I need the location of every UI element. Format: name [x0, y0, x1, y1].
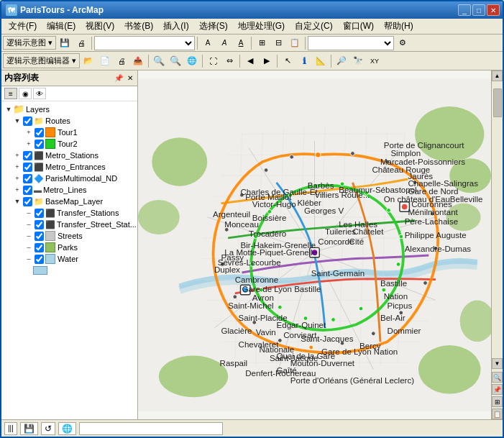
maximize-button[interactable]: □ — [472, 4, 485, 16]
tb-search-button[interactable]: 🔎 — [334, 54, 349, 68]
toc-row-tour1[interactable]: + Tour1 — [1, 127, 137, 138]
toc-visibility-button[interactable]: 👁 — [33, 88, 46, 99]
toc-row-tour2[interactable]: + Tour2 — [1, 138, 137, 150]
menu-help[interactable]: 帮助(H) — [380, 19, 418, 34]
tb-measure-button[interactable]: 📐 — [313, 54, 329, 68]
tb-full-extent-button[interactable]: ⛶ — [205, 54, 221, 68]
toc-row-paris-multimodal[interactable]: + 🔷 ParisMultimodal_ND — [1, 173, 137, 184]
tb-btn-a2[interactable]: A — [216, 36, 232, 50]
expand-transfer-stations-icon[interactable]: – — [24, 209, 33, 217]
expand-metro-lines-icon[interactable]: + — [13, 186, 22, 194]
toc-check-streets[interactable] — [35, 232, 44, 241]
tb-extent-button[interactable]: ⇔ — [221, 54, 237, 68]
tb-dropdown-1[interactable] — [94, 36, 195, 50]
scroll-track-right[interactable] — [492, 81, 503, 358]
menu-file[interactable]: 文件(F) — [4, 19, 41, 34]
toc-row-metro-entrances[interactable]: + ⬛ Metro_Entrances — [1, 161, 137, 173]
tb-dropdown-2[interactable] — [308, 36, 394, 50]
toc-pin-icon[interactable]: 📌 — [113, 74, 124, 82]
expand-tour1-icon[interactable]: + — [24, 128, 33, 137]
tb-btn-extra[interactable]: ⚙ — [395, 36, 411, 50]
tb-new-button[interactable]: 📄 — [97, 54, 113, 68]
tb-btn-a1[interactable]: A — [200, 36, 216, 50]
scroll-down-button[interactable]: ▼ — [492, 358, 503, 369]
menu-edit[interactable]: 编辑(E) — [42, 19, 80, 34]
toc-check-transfer-stations[interactable] — [35, 209, 44, 218]
toc-check-transfer-street[interactable] — [35, 220, 44, 229]
toc-check-metro-lines[interactable] — [23, 186, 32, 195]
svg-text:Barbès: Barbès — [308, 181, 334, 190]
tb-right-3[interactable]: ⊞ — [492, 396, 503, 407]
toc-check-paris-multimodal[interactable] — [23, 174, 32, 183]
tb-save-button[interactable]: 💾 — [57, 36, 73, 50]
tb-btn-align1[interactable]: ⊞ — [254, 36, 270, 50]
toc-row-layers[interactable]: ▼ 📁 Layers — [1, 103, 137, 115]
menu-insert[interactable]: 插入(I) — [159, 19, 193, 34]
close-button[interactable]: ✕ — [487, 4, 500, 16]
tb-print2-button[interactable]: 🖨 — [114, 54, 129, 68]
toc-check-metro-entrances[interactable] — [23, 163, 32, 172]
menu-bookmarks[interactable]: 书签(B) — [120, 19, 157, 34]
parks-swatch — [45, 242, 55, 252]
expand-layers-icon[interactable]: ▼ — [4, 105, 13, 114]
minimize-button[interactable]: _ — [458, 4, 471, 16]
toc-check-water[interactable] — [35, 255, 44, 264]
expand-paris-multimodal-icon[interactable]: + — [13, 174, 22, 183]
map-area[interactable]: Porte de Clignan­court Simplon Marcadet-… — [138, 70, 491, 419]
toc-check-tour1[interactable] — [35, 128, 44, 137]
tb-right-4[interactable]: 📋 — [492, 409, 503, 419]
menu-geoprocessing[interactable]: 地理处理(G) — [234, 19, 289, 34]
app-icon: 🗺 — [6, 4, 17, 16]
expand-streets-icon[interactable]: – — [24, 232, 33, 240]
tb-print-button[interactable]: 🖨 — [73, 36, 89, 50]
toc-check-tour2[interactable] — [35, 140, 44, 149]
expand-water-icon[interactable]: – — [24, 255, 33, 263]
toc-row-transfer-stations[interactable]: – ⬛ Transfer_Stations — [1, 207, 137, 219]
menu-window[interactable]: 窗口(W) — [339, 19, 378, 34]
expand-metro-stations-icon[interactable]: + — [13, 151, 22, 160]
menu-customize[interactable]: 自定义(C) — [290, 19, 337, 34]
menu-view[interactable]: 视图(V) — [81, 19, 119, 34]
metro-stations-icon: ⬛ — [34, 151, 44, 160]
tb-btn-a3[interactable]: A — [233, 36, 249, 50]
expand-transfer-street-icon[interactable]: – — [24, 220, 33, 229]
tb-xy-button[interactable]: XY — [367, 54, 382, 68]
tb-btn-copy[interactable]: 📋 — [287, 36, 303, 50]
toc-check-parks[interactable] — [35, 243, 44, 252]
tb-zoom-out-button[interactable]: 🔍 — [168, 54, 183, 68]
toc-close-icon[interactable]: ✕ — [126, 74, 134, 82]
toc-row-water[interactable]: – Water — [1, 253, 137, 265]
menu-select[interactable]: 选择(S) — [195, 19, 232, 34]
toc-row-metro-stations[interactable]: + ⬛ Metro_Stations — [1, 150, 137, 161]
expand-basemap-icon[interactable]: ▼ — [13, 197, 22, 206]
toc-row-routes[interactable]: ▼ 📁 Routes — [1, 115, 137, 127]
toc-row-basemap[interactable]: ▼ 📁 BaseMap_Layer — [1, 196, 137, 207]
tb-open-button[interactable]: 📂 — [81, 54, 96, 68]
toc-list-view-button[interactable]: ≡ — [4, 88, 17, 99]
tb-export-button[interactable]: 📤 — [130, 54, 146, 68]
toc-check-routes[interactable] — [23, 117, 32, 126]
tb-globe-button[interactable]: 🌐 — [184, 54, 200, 68]
toc-row-streets[interactable]: – Streets — [1, 230, 137, 242]
tb-binoculars-button[interactable]: 🔭 — [350, 54, 366, 68]
tb-btn-align2[interactable]: ⊟ — [270, 36, 286, 50]
expand-routes-icon[interactable]: ▼ — [13, 117, 22, 125]
expand-tour2-icon[interactable]: + — [24, 140, 33, 148]
scroll-thumb-right[interactable] — [493, 88, 502, 117]
toc-row-metro-lines[interactable]: + ▬ Metro_Lines — [1, 184, 137, 196]
tb-zoom-in-button[interactable]: 🔍 — [151, 54, 167, 68]
toc-check-metro-stations[interactable] — [23, 151, 32, 160]
tb-right-2[interactable]: 📌 — [492, 384, 503, 395]
toc-row-parks[interactable]: – Parks — [1, 242, 137, 253]
toc-row-transfer-street[interactable]: – ⬛ Transfer_Street_Stat... — [1, 219, 137, 230]
tb-back-button[interactable]: ◀ — [242, 54, 258, 68]
scroll-up-button[interactable]: ▲ — [492, 70, 503, 81]
tb-forward-button[interactable]: ▶ — [259, 54, 275, 68]
expand-parks-icon[interactable]: – — [24, 243, 33, 252]
toc-check-basemap[interactable] — [23, 197, 32, 206]
tb-select-button[interactable]: ↖ — [280, 54, 295, 68]
tb-info-button[interactable]: ℹ — [296, 54, 312, 68]
expand-metro-entrances-icon[interactable]: + — [13, 163, 22, 171]
toc-source-view-button[interactable]: ◉ — [19, 88, 32, 99]
tb-right-1[interactable]: 🔍 — [492, 372, 503, 383]
